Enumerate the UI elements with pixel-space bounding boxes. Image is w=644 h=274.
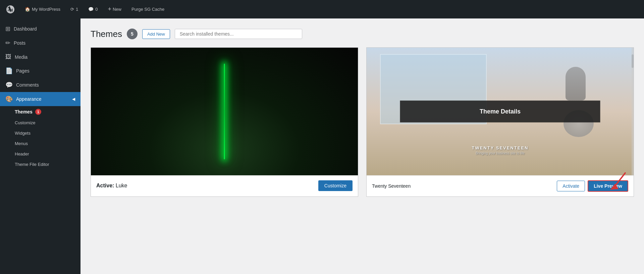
updates-icon: ⟳ — [70, 7, 74, 12]
page-header: Themes 5 Add New — [91, 29, 634, 39]
widgets-submenu-label: Widgets — [15, 131, 31, 136]
theme-screenshot-luke — [91, 48, 358, 175]
site-name-text: My WordPress — [32, 7, 60, 12]
media-label: Media — [15, 54, 75, 60]
luke-background — [91, 48, 358, 175]
theme-screenshot-twentyseventeen: TWENTY SEVENTEEN Bringing your business … — [367, 48, 634, 175]
admin-menu: ⊞ Dashboard ✏ Posts 🖼 Media 📄 Pages 💬 Co… — [0, 18, 80, 274]
live-preview-button[interactable]: Live Preview — [588, 180, 628, 192]
posts-label: Posts — [14, 40, 75, 46]
new-content-menu[interactable]: + New — [106, 4, 123, 14]
comments-count: 0 — [95, 7, 98, 12]
theme-footer-luke: Active: Luke Customize — [91, 175, 358, 196]
customize-submenu-label: Customize — [15, 120, 35, 125]
comments-sidebar-icon: 💬 — [5, 81, 13, 89]
theme-card-twentyseventeen[interactable]: TWENTY SEVENTEEN Bringing your business … — [366, 47, 634, 197]
themes-badge: 1 — [35, 109, 41, 115]
comments-link[interactable]: 💬 0 — [86, 5, 100, 13]
scrollbar-thumb — [632, 54, 634, 68]
active-theme-label: Active: Luke — [96, 183, 127, 189]
dashboard-icon: ⊞ — [5, 25, 10, 33]
twentyseventeen-background: TWENTY SEVENTEEN Bringing your business … — [367, 48, 634, 175]
sidebar-item-dashboard[interactable]: ⊞ Dashboard — [0, 22, 80, 36]
menus-submenu-label: Menus — [15, 141, 28, 146]
theme-file-editor-label: Theme File Editor — [15, 162, 49, 167]
comments-icon: 💬 — [88, 7, 94, 12]
comments-label: Comments — [16, 82, 75, 88]
search-themes-input[interactable] — [175, 29, 302, 39]
submenu-widgets[interactable]: Widgets — [0, 128, 80, 138]
posts-icon: ✏ — [5, 39, 10, 47]
plus-icon: + — [108, 6, 111, 13]
submenu-customize[interactable]: Customize — [0, 118, 80, 128]
updates-link[interactable]: ⟳ 1 — [68, 5, 80, 13]
updates-count: 1 — [76, 7, 78, 12]
ts-plant — [566, 67, 586, 100]
themes-grid: Active: Luke Customize TWENTY SEVENTEEN — [91, 47, 634, 197]
sidebar-item-appearance[interactable]: 🎨 Appearance ◀ — [0, 92, 80, 106]
appearance-icon: 🎨 — [5, 95, 13, 103]
theme-footer-twentyseventeen: Twenty Seventeen Activate Live Preview — [367, 175, 634, 196]
sidebar-item-media[interactable]: 🖼 Media — [0, 50, 80, 64]
themes-submenu-label: Themes — [15, 109, 33, 115]
theme-details-overlay[interactable]: Theme Details — [400, 101, 600, 123]
header-submenu-label: Header — [15, 151, 29, 156]
new-label: New — [113, 7, 121, 12]
ts-title-area: TWENTY SEVENTEEN Bringing your business … — [367, 145, 634, 155]
activate-button[interactable]: Activate — [557, 181, 585, 191]
theme-actions-twentyseventeen: Activate Live Preview — [557, 180, 628, 192]
submenu-themes[interactable]: Themes 1 — [0, 106, 80, 118]
customize-button[interactable]: Customize — [318, 180, 353, 191]
pages-label: Pages — [16, 68, 75, 74]
sidebar-item-comments[interactable]: 💬 Comments — [0, 78, 80, 92]
admin-bar: 🏠 My WordPress ⟳ 1 💬 0 + New Purge SG Ca… — [0, 0, 644, 18]
site-name-link[interactable]: 🏠 My WordPress — [23, 5, 62, 13]
submenu-header[interactable]: Header — [0, 149, 80, 159]
wp-logo[interactable] — [4, 4, 17, 15]
sidebar-item-pages[interactable]: 📄 Pages — [0, 64, 80, 78]
ts-title-text: TWENTY SEVENTEEN — [367, 145, 634, 150]
theme-card-luke[interactable]: Active: Luke Customize — [91, 47, 358, 197]
purge-label: Purge SG Cache — [131, 7, 164, 12]
theme-name-twentyseventeen: Twenty Seventeen — [372, 183, 411, 189]
theme-details-label: Theme Details — [480, 108, 521, 115]
pages-icon: 📄 — [5, 67, 13, 75]
appearance-label: Appearance — [16, 96, 69, 102]
media-icon: 🖼 — [5, 53, 11, 60]
add-new-button[interactable]: Add New — [142, 29, 170, 39]
home-icon: 🏠 — [25, 7, 30, 12]
page-title: Themes — [91, 29, 122, 39]
scrollbar-hint — [632, 48, 634, 175]
appearance-arrow: ◀ — [72, 97, 75, 101]
wp-main: ⊞ Dashboard ✏ Posts 🖼 Media 📄 Pages 💬 Co… — [0, 18, 644, 274]
submenu-theme-file-editor[interactable]: Theme File Editor — [0, 159, 80, 170]
green-lightsaber-line — [224, 64, 225, 159]
sidebar-item-posts[interactable]: ✏ Posts — [0, 36, 80, 50]
purge-cache-button[interactable]: Purge SG Cache — [129, 5, 166, 13]
ts-subtitle: Bringing your business site to life — [367, 151, 634, 155]
submenu-menus[interactable]: Menus — [0, 138, 80, 149]
dashboard-label: Dashboard — [14, 26, 75, 32]
themes-count-badge: 5 — [127, 29, 138, 39]
content-area: Themes 5 Add New Active: Luke Customize — [80, 18, 644, 274]
